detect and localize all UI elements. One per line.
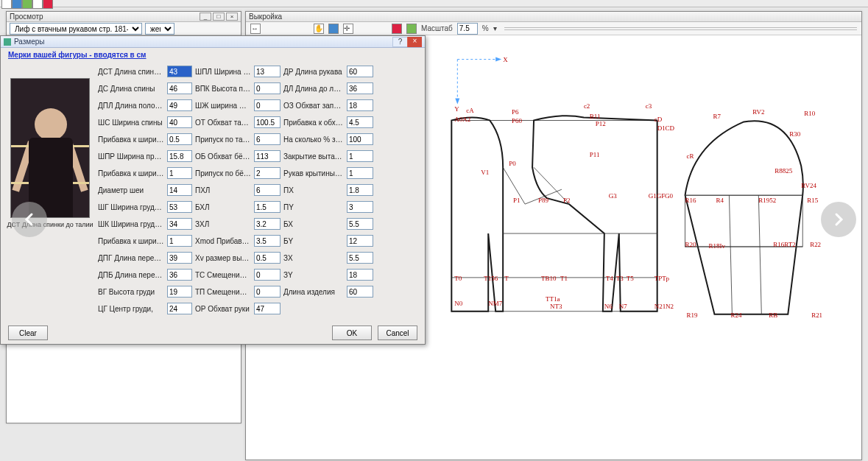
scale-dropdown-icon[interactable]: ▾ — [493, 24, 497, 32]
measure-input[interactable] — [167, 201, 192, 213]
preview-max-button[interactable]: □ — [213, 13, 225, 21]
measure-label: ОР Обхват руки — [195, 305, 251, 313]
measure-input[interactable] — [167, 303, 192, 314]
measure-input[interactable] — [347, 116, 373, 128]
scale-slider[interactable] — [504, 27, 857, 30]
pattern-tool-b-icon[interactable] — [406, 24, 417, 34]
measure-input[interactable] — [347, 99, 373, 111]
measure-input[interactable] — [167, 133, 192, 145]
measure-input[interactable] — [167, 167, 192, 179]
measure-input[interactable] — [254, 82, 280, 94]
pattern-label: P11 — [590, 151, 600, 158]
measure-input[interactable] — [167, 252, 192, 264]
pattern-label: B11 — [590, 113, 601, 120]
measure-label: ШС Ширина спины — [98, 119, 164, 127]
measure-label: ШПЛ Ширина плеча — [195, 68, 251, 76]
dialog-close-button[interactable]: × — [407, 37, 422, 47]
scale-unit: % — [482, 24, 489, 32]
measure-input[interactable] — [347, 66, 373, 77]
pattern-label: N21N2 — [654, 303, 674, 310]
clear-button[interactable]: Clear — [8, 325, 48, 340]
measure-input[interactable] — [254, 218, 280, 230]
measure-input[interactable] — [254, 116, 280, 128]
measure-label: Прибавка к ширине — [98, 136, 164, 144]
measure-input[interactable] — [254, 99, 280, 111]
ok-button[interactable]: OK — [332, 325, 372, 340]
pattern-label: R22 — [810, 241, 821, 248]
measure-label: БХ — [283, 220, 344, 228]
preview-gender-select[interactable]: жен — [145, 23, 174, 35]
measure-input[interactable] — [167, 269, 192, 281]
pattern-label: c3 — [646, 102, 652, 110]
preview-min-button[interactable]: _ — [200, 13, 211, 21]
pattern-title-text: Выкройка — [249, 13, 282, 21]
tool-new-icon[interactable] — [1, 0, 12, 9]
measure-input[interactable] — [254, 66, 280, 77]
tool-print-icon[interactable] — [32, 0, 43, 9]
pattern-label: R15 — [807, 197, 818, 204]
scale-label: Масштаб — [421, 24, 453, 32]
measure-input[interactable] — [347, 218, 373, 230]
prev-slide-button[interactable] — [12, 202, 47, 237]
measure-input[interactable] — [167, 82, 192, 94]
svg-rect-5 — [685, 195, 803, 247]
measure-input[interactable] — [347, 150, 373, 162]
measure-input[interactable] — [167, 286, 192, 298]
measure-input[interactable] — [254, 133, 280, 145]
measure-input[interactable] — [254, 286, 280, 298]
measure-input[interactable] — [347, 184, 373, 196]
pattern-label: R16 — [685, 197, 696, 204]
pattern-label: V1 — [481, 169, 489, 176]
measure-input[interactable] — [254, 269, 280, 281]
preview-garment-select[interactable]: Лиф с втачным рукавом стр. 181-225 — [10, 23, 142, 35]
measure-input[interactable] — [254, 303, 280, 314]
pattern-label: T0 — [454, 275, 462, 282]
measure-input[interactable] — [167, 184, 192, 196]
pattern-label: R20 — [685, 241, 696, 248]
measure-input[interactable] — [167, 66, 192, 77]
measure-input[interactable] — [347, 133, 373, 145]
measure-input[interactable] — [254, 252, 280, 264]
pattern-tool-arrows-icon[interactable]: ↔ — [250, 24, 261, 34]
tool-save-icon[interactable] — [22, 0, 32, 9]
measure-input[interactable] — [167, 218, 192, 230]
measure-input[interactable] — [167, 150, 192, 162]
measure-input[interactable] — [347, 235, 373, 247]
scale-input[interactable] — [457, 23, 478, 35]
measure-label: ДСТ Длина спинки до — [98, 68, 164, 76]
measure-label: Закрытие вытачки — [283, 152, 344, 161]
pattern-tool-a-icon[interactable] — [392, 24, 402, 34]
pattern-label: cA — [466, 107, 474, 114]
pattern-tool-hand-icon[interactable]: ✋ — [314, 24, 324, 34]
cancel-button[interactable]: Cancel — [378, 325, 417, 340]
measure-label: ЗY — [283, 271, 344, 279]
measure-input[interactable] — [254, 235, 280, 247]
pattern-label: NM7 — [488, 300, 502, 307]
measure-input[interactable] — [254, 167, 280, 179]
measure-input[interactable] — [167, 235, 192, 247]
pattern-label: N0 — [454, 300, 462, 307]
pattern-tool-grid-icon[interactable] — [328, 24, 339, 34]
measure-input[interactable] — [347, 269, 373, 281]
preview-close-button[interactable]: × — [226, 13, 238, 21]
measure-input[interactable] — [347, 201, 373, 213]
measure-label: ШК Ширина грудной — [98, 220, 164, 228]
measure-input[interactable] — [254, 201, 280, 213]
axis-y-label: Y — [454, 105, 459, 113]
pattern-tool-pointer-icon[interactable]: ✛ — [343, 24, 353, 34]
measure-input[interactable] — [167, 99, 192, 111]
next-slide-button[interactable] — [821, 202, 856, 237]
tool-cut-icon[interactable] — [43, 0, 53, 9]
measurements-link[interactable]: Мерки вашей фигуры - вводятся в см — [8, 51, 147, 59]
measure-label: Рукав крытиный или — [283, 169, 344, 177]
measure-input[interactable] — [254, 184, 280, 196]
dialog-help-button[interactable]: ? — [392, 37, 407, 47]
measure-input[interactable] — [347, 167, 373, 179]
measure-input[interactable] — [347, 252, 373, 264]
measure-input[interactable] — [167, 116, 192, 128]
tool-open-icon[interactable] — [12, 0, 22, 9]
measure-label: Припуск по бёдрам — [195, 169, 251, 177]
measure-input[interactable] — [347, 286, 373, 298]
measure-input[interactable] — [254, 150, 280, 162]
measure-input[interactable] — [347, 82, 373, 94]
